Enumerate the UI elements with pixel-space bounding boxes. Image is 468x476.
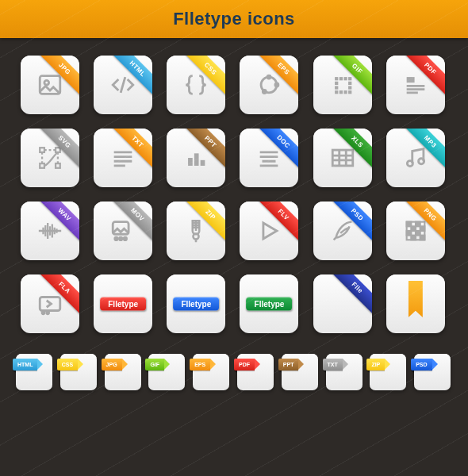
filetype-label: ZIP	[183, 202, 225, 242]
corner-ribbon: FLV	[255, 202, 298, 244]
filetype-label: XLS	[330, 129, 372, 169]
filetype-label: PPT	[183, 129, 225, 169]
filetype-tile: HTML	[94, 56, 152, 114]
corner-ribbon: FLA	[36, 274, 79, 317]
corner-ribbon: PSD	[329, 202, 372, 244]
filetype-tile: MP3	[386, 129, 445, 187]
filetype-label: JPG	[37, 56, 79, 96]
small-filetype-tile: TXT	[326, 354, 363, 390]
filetype-label: TXT	[110, 129, 152, 169]
corner-ribbon: MP3	[402, 129, 445, 171]
filetype-tile: WAV	[21, 202, 79, 260]
filetype-arrow-label: EPS	[190, 359, 210, 370]
small-filetype-tile: ZIP	[370, 354, 406, 390]
filetype-label: GIF	[330, 56, 372, 96]
filetype-label: WAV	[37, 202, 79, 242]
filetype-tile: FLV	[240, 202, 298, 260]
filetype-tile: DOC	[240, 129, 298, 187]
filetype-label: DOC	[257, 129, 299, 169]
filetype-tile: PNG	[386, 202, 445, 260]
small-filetype-tile: HTML	[16, 354, 52, 390]
filetype-label: FLV	[257, 202, 299, 242]
filetype-tile: Flletype	[167, 274, 225, 333]
corner-ribbon: TXT	[109, 129, 152, 171]
small-filetype-tile: GIF	[148, 354, 185, 390]
bookmark-icon	[409, 281, 423, 317]
small-filetype-tile: CSS	[60, 354, 97, 390]
filetype-tile: FLA	[21, 274, 79, 333]
filetype-label: MP3	[403, 129, 445, 169]
corner-ribbon: XLS	[329, 129, 372, 171]
filetype-tile: Flletype	[94, 274, 152, 333]
filetype-center-label: Flletype	[100, 298, 146, 311]
small-filetype-tile: JPG	[105, 354, 141, 390]
small-filetype-tile: EPS	[193, 354, 229, 390]
filetype-label: PDF	[403, 56, 445, 96]
filetype-label: PSD	[330, 202, 372, 242]
small-icon-row: HTMLCSSJPGGIFEPSPDFPPTTXTZIPPSD	[0, 341, 468, 390]
filetype-arrow-label: CSS	[57, 359, 78, 370]
corner-ribbon: DOC	[255, 129, 298, 171]
filetype-tile: CSS	[167, 56, 225, 114]
filetype-tile: PSD	[313, 202, 372, 260]
title-bar: Flletype icons	[0, 0, 468, 38]
filetype-tile: GIF	[313, 56, 372, 114]
filetype-label: SVG	[37, 129, 79, 169]
filetype-label: CSS	[183, 56, 225, 96]
corner-ribbon: SVG	[36, 129, 79, 171]
filetype-arrow-label: PSD	[411, 359, 432, 370]
corner-ribbon: GIF	[329, 56, 372, 98]
corner-ribbon: MOV	[109, 202, 152, 244]
small-filetype-tile: PPT	[282, 354, 318, 390]
corner-ribbon: PNG	[402, 202, 445, 244]
filetype-tile: MOV	[94, 202, 152, 260]
filetype-tile: PPT	[167, 129, 225, 187]
filetype-arrow-label: PDF	[234, 359, 255, 370]
filetype-label: FLA	[37, 274, 79, 315]
corner-ribbon: Flle	[329, 274, 372, 317]
filetype-tile: Flle	[313, 274, 372, 333]
filetype-label: MOV	[110, 202, 152, 242]
filetype-arrow-label: TXT	[323, 359, 343, 370]
filetype-arrow-label: JPG	[102, 359, 122, 370]
small-filetype-tile: PSD	[414, 354, 451, 390]
corner-ribbon: ZIP	[182, 202, 225, 244]
filetype-tile: PDF	[386, 56, 445, 114]
filetype-tile: ZIP	[167, 202, 225, 260]
corner-ribbon: WAV	[36, 202, 79, 244]
filetype-arrow-label: GIF	[145, 359, 164, 370]
corner-ribbon: EPS	[255, 56, 298, 98]
filetype-tile: Flletype	[240, 274, 298, 333]
filetype-label: EPS	[257, 56, 299, 96]
filetype-tile: TXT	[94, 129, 152, 187]
filetype-arrow-label: PPT	[278, 359, 299, 370]
filetype-label: Flle	[330, 274, 372, 315]
filetype-tile: SVG	[21, 129, 79, 187]
filetype-arrow-label: ZIP	[366, 359, 385, 370]
filetype-label: PNG	[403, 202, 445, 242]
page-title: Flletype icons	[173, 9, 295, 29]
filetype-tile	[386, 274, 445, 333]
filetype-arrow-label: HTML	[13, 359, 37, 370]
corner-ribbon: HTML	[109, 56, 152, 98]
filetype-tile: XLS	[313, 129, 372, 187]
corner-ribbon: PDF	[402, 56, 445, 98]
filetype-tile: EPS	[240, 56, 298, 114]
filetype-center-label: Flletype	[173, 298, 219, 311]
corner-ribbon: PPT	[182, 129, 225, 171]
small-filetype-tile: PDF	[237, 354, 274, 390]
filetype-tile: JPG	[21, 56, 79, 114]
corner-ribbon: JPG	[36, 56, 79, 98]
corner-ribbon: CSS	[182, 56, 225, 98]
filetype-center-label: Flletype	[247, 298, 293, 311]
icon-grid: JPGHTMLCSSEPSGIFPDFSVGTXTPPTDOCXLSMP3WAV…	[0, 38, 468, 341]
filetype-label: HTML	[110, 56, 152, 96]
